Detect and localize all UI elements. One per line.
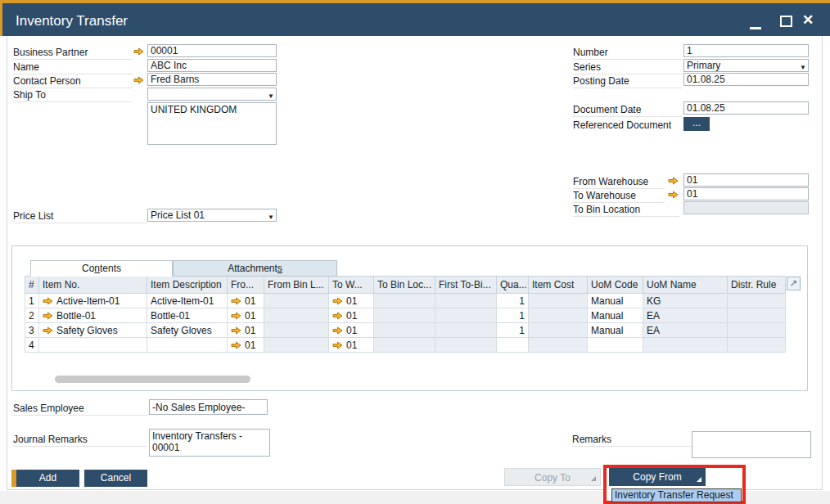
col-uom-name[interactable]: UoM Name xyxy=(643,277,728,294)
to-warehouse-cell[interactable]: 01 xyxy=(329,308,374,323)
document-date-field[interactable] xyxy=(683,101,809,115)
sales-employee-field[interactable] xyxy=(149,399,268,415)
quantity-cell[interactable]: 1 xyxy=(497,323,529,338)
from-warehouse-cell[interactable]: 01 xyxy=(228,294,264,308)
col-from-bin[interactable]: From Bin L... xyxy=(264,277,329,294)
row-number-cell[interactable]: 4 xyxy=(25,338,39,353)
tab-contents[interactable]: Contents xyxy=(30,260,173,277)
link-arrow-icon[interactable] xyxy=(231,296,241,304)
item-description-cell[interactable] xyxy=(147,338,228,353)
item-description-cell[interactable]: Active-Item-01 xyxy=(147,294,228,308)
to-warehouse-cell[interactable]: 01 xyxy=(329,323,374,338)
col-distr-rule[interactable]: Distr. Rule xyxy=(728,277,786,294)
link-arrow-icon[interactable] xyxy=(43,296,53,304)
contact-person-field[interactable] xyxy=(147,73,277,86)
from-warehouse-cell[interactable]: 01 xyxy=(228,338,264,353)
col-uom-code[interactable]: UoM Code xyxy=(588,277,643,294)
expand-table-icon[interactable]: ↗ xyxy=(787,277,801,290)
col-quantity[interactable]: Qua... xyxy=(497,277,529,294)
uom-name-cell: KG xyxy=(643,294,728,308)
to-warehouse-label: To Warehouse xyxy=(573,190,665,203)
horizontal-scrollbar[interactable] xyxy=(55,376,250,383)
col-row-number[interactable]: # xyxy=(25,277,39,294)
to-warehouse-field[interactable] xyxy=(683,187,809,200)
price-list-select[interactable]: Price List 01 ▼ xyxy=(147,209,277,222)
link-arrow-icon[interactable] xyxy=(231,340,241,349)
col-item-no[interactable]: Item No. xyxy=(39,277,147,294)
tab-attachments[interactable]: Attachments xyxy=(173,260,337,277)
journal-remarks-field[interactable]: Inventory Transfers - 00001 xyxy=(149,429,270,457)
item-description-cell[interactable]: Safety Gloves xyxy=(147,323,228,338)
quantity-cell[interactable]: 1 xyxy=(497,308,529,323)
from-warehouse-cell[interactable]: 01 xyxy=(228,323,264,338)
referenced-document-button[interactable]: ... xyxy=(683,117,710,131)
business-partner-label: Business Partner xyxy=(13,47,133,60)
copy-from-button[interactable]: Copy From xyxy=(609,468,706,486)
link-arrow-icon[interactable] xyxy=(43,326,53,334)
link-arrow-icon[interactable] xyxy=(133,75,144,83)
row-number-cell[interactable]: 1 xyxy=(25,294,39,308)
col-to-warehouse[interactable]: To W... xyxy=(329,277,374,294)
sales-employee-label: Sales Employee xyxy=(13,403,147,416)
uom-code-cell[interactable]: Manual xyxy=(588,294,643,308)
quantity-cell[interactable] xyxy=(497,338,529,353)
cancel-button[interactable]: Cancel xyxy=(84,470,147,487)
inventory-transfer-window: Inventory Transfer ✕ Business Partner Na… xyxy=(0,0,830,504)
link-arrow-icon[interactable] xyxy=(332,296,343,304)
business-partner-field[interactable] xyxy=(147,44,277,57)
tab-attachments-label: Attachment xyxy=(228,263,277,274)
to-warehouse-cell[interactable]: 01 xyxy=(329,294,374,308)
link-arrow-icon[interactable] xyxy=(332,311,343,319)
table-row: 2 Bottle-01 Bottle-01 01 01 1 Manual EA xyxy=(25,308,786,323)
col-item-cost[interactable]: Item Cost xyxy=(529,277,588,294)
item-description-cell[interactable]: Bottle-01 xyxy=(147,308,228,323)
distr-rule-cell xyxy=(728,338,786,353)
col-from-warehouse[interactable]: Fro... xyxy=(228,277,264,294)
link-arrow-icon[interactable] xyxy=(668,190,679,198)
col-first-to-bin[interactable]: First To-Bi... xyxy=(435,277,497,294)
maximize-icon[interactable] xyxy=(780,16,792,27)
link-arrow-icon[interactable] xyxy=(668,176,679,184)
from-warehouse-label: From Warehouse xyxy=(573,176,665,189)
uom-code-cell[interactable]: Manual xyxy=(588,323,643,338)
link-arrow-icon[interactable] xyxy=(332,340,343,349)
quantity-cell[interactable]: 1 xyxy=(497,294,529,308)
add-button[interactable]: Add xyxy=(11,470,79,487)
uom-code-cell[interactable]: Manual xyxy=(588,308,643,323)
row-number-cell[interactable]: 3 xyxy=(25,323,39,338)
submenu-triangle-icon xyxy=(591,476,596,481)
col-to-bin[interactable]: To Bin Loc... xyxy=(374,277,435,294)
item-no-cell[interactable] xyxy=(39,338,147,353)
to-bin-location-field xyxy=(683,201,809,214)
link-arrow-icon[interactable] xyxy=(332,326,343,334)
item-no-cell[interactable]: Active-Item-01 xyxy=(39,294,147,308)
menu-item-inventory-transfer-request[interactable]: Inventory Transfer Request xyxy=(611,488,742,502)
ship-to-select[interactable]: ▼ xyxy=(147,88,277,101)
number-field[interactable] xyxy=(683,44,809,57)
referenced-document-label: Referenced Document xyxy=(573,119,682,132)
close-icon[interactable]: ✕ xyxy=(802,11,814,29)
tab-contents-label: Co xyxy=(82,263,94,274)
to-warehouse-cell[interactable]: 01 xyxy=(329,338,374,353)
minimize-icon[interactable] xyxy=(750,27,761,29)
remarks-label: Remarks xyxy=(572,434,692,447)
uom-code-cell[interactable] xyxy=(588,338,643,353)
col-item-description[interactable]: Item Description xyxy=(147,277,228,294)
from-warehouse-field[interactable] xyxy=(683,173,809,187)
series-select[interactable]: Primary ▼ xyxy=(683,59,809,72)
to-bin-location-label: To Bin Location xyxy=(573,204,679,217)
from-warehouse-cell[interactable]: 01 xyxy=(228,308,264,323)
name-field[interactable] xyxy=(147,59,277,72)
item-no-cell[interactable]: Safety Gloves xyxy=(39,323,147,338)
row-number-cell[interactable]: 2 xyxy=(25,308,39,323)
link-arrow-icon[interactable] xyxy=(231,326,241,334)
link-arrow-icon[interactable] xyxy=(43,311,53,319)
remarks-field[interactable] xyxy=(692,431,811,458)
posting-date-field[interactable] xyxy=(683,73,809,86)
ship-to-address-field[interactable]: UNITED KINGDOM xyxy=(147,102,277,145)
distr-rule-cell xyxy=(728,294,786,308)
item-no-cell[interactable]: Bottle-01 xyxy=(39,308,147,323)
price-list-label: Price List xyxy=(13,210,147,223)
link-arrow-icon[interactable] xyxy=(231,311,241,319)
link-arrow-icon[interactable] xyxy=(133,47,144,55)
